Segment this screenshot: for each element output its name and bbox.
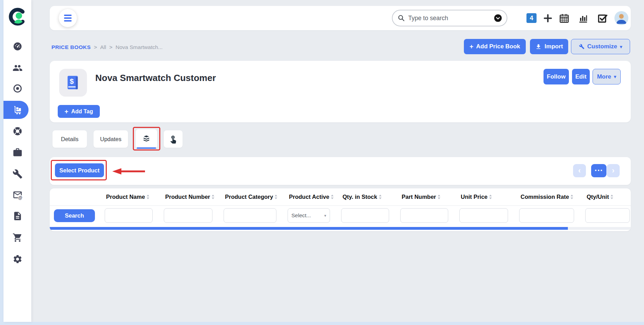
- breadcrumb-root[interactable]: PRICE BOOKS: [51, 44, 91, 50]
- edit-button[interactable]: Edit: [572, 69, 590, 84]
- add-price-book-label: Add Price Book: [476, 43, 520, 50]
- column-header-qty-unit[interactable]: Qty/Unit: [585, 194, 631, 200]
- download-icon: [535, 43, 542, 50]
- search-input[interactable]: [408, 15, 490, 22]
- target-icon: [13, 83, 23, 94]
- column-header-part-number[interactable]: Part Number: [400, 194, 459, 200]
- sort-icon[interactable]: [610, 194, 614, 200]
- customize-button[interactable]: Customize ▾: [571, 39, 630, 54]
- column-label: Product Category: [225, 194, 273, 200]
- email-at-icon: @: [13, 190, 23, 200]
- sort-icon[interactable]: [211, 194, 215, 200]
- table-filter-row: Search Select... ▾: [50, 206, 631, 225]
- follow-button[interactable]: Follow: [544, 69, 569, 84]
- calendar-icon[interactable]: [559, 13, 570, 24]
- search-button[interactable]: Search: [54, 209, 95, 222]
- customize-label: Customize: [587, 43, 617, 50]
- filter-select-product-active[interactable]: Select... ▾: [288, 208, 330, 223]
- sort-icon[interactable]: [489, 194, 492, 200]
- tasks-icon[interactable]: [597, 13, 608, 24]
- filter-input-product-name[interactable]: [105, 208, 153, 223]
- sidebar-item-targets[interactable]: [9, 80, 26, 97]
- column-header-commission-rate[interactable]: Commission Rate: [519, 194, 585, 200]
- app-logo[interactable]: [8, 8, 26, 26]
- chart-icon[interactable]: [578, 13, 588, 24]
- search-icon: [397, 14, 405, 22]
- more-label: More: [597, 73, 611, 80]
- column-label: Product Number: [165, 194, 210, 200]
- import-label: Import: [545, 43, 563, 50]
- open-box-icon: [142, 135, 151, 144]
- sidebar-item-business[interactable]: [9, 144, 26, 161]
- plus-icon: +: [469, 43, 473, 50]
- select-placeholder: Select...: [291, 212, 311, 219]
- sidebar-item-contacts[interactable]: [9, 59, 26, 76]
- import-button[interactable]: Import: [530, 39, 568, 54]
- select-product-button[interactable]: Select Product: [55, 163, 104, 177]
- sort-icon[interactable]: [437, 194, 441, 200]
- hamburger-menu-button[interactable]: [59, 9, 77, 27]
- column-header-product-name[interactable]: Product Name: [105, 194, 164, 200]
- window-edge-bottom: [0, 322, 644, 325]
- column-header-product-category[interactable]: Product Category: [224, 194, 288, 200]
- column-label: Qty/Unit: [587, 194, 609, 200]
- sort-icon[interactable]: [146, 194, 150, 200]
- sort-icon[interactable]: [330, 194, 334, 200]
- record-header-card: $ Nova Smartwatch Customer Follow Edit M…: [50, 61, 631, 122]
- column-header-product-active[interactable]: Product Active: [288, 194, 341, 200]
- top-bar: 4: [50, 6, 631, 30]
- more-button[interactable]: More ▾: [593, 69, 621, 84]
- filter-input-product-category[interactable]: [224, 208, 276, 223]
- sort-icon[interactable]: [274, 194, 278, 200]
- filter-input-qty-unit[interactable]: [585, 208, 630, 223]
- sort-icon[interactable]: [378, 194, 382, 200]
- horizontal-scrollbar[interactable]: [50, 227, 631, 230]
- active-tab-underline: [137, 147, 156, 149]
- filter-input-part-number[interactable]: [400, 208, 448, 223]
- sidebar-item-settings[interactable]: [9, 251, 26, 267]
- sidebar-item-email[interactable]: @: [9, 186, 26, 203]
- notification-count-badge[interactable]: 4: [526, 13, 537, 23]
- pagination-current-button[interactable]: ...: [591, 164, 606, 177]
- tab-details[interactable]: Details: [53, 130, 87, 148]
- global-search[interactable]: [392, 10, 507, 26]
- filter-cell-actions: Search: [50, 209, 105, 222]
- products-toolbar-card: Select Product ‹ ... ›: [50, 157, 631, 185]
- breadcrumb-parent[interactable]: All: [100, 44, 106, 50]
- tab-products[interactable]: [136, 129, 157, 149]
- quick-add-icon[interactable]: [542, 13, 553, 24]
- pagination-prev-button[interactable]: ‹: [573, 164, 586, 177]
- sort-icon[interactable]: [570, 194, 574, 200]
- filter-input-unit-price[interactable]: [459, 208, 508, 223]
- sidebar-item-tools[interactable]: [9, 165, 26, 182]
- add-tag-button[interactable]: + Add Tag: [58, 105, 100, 118]
- logo-icon: [8, 8, 26, 26]
- column-header-unit-price[interactable]: Unit Price: [459, 194, 519, 200]
- tab-updates[interactable]: Updates: [94, 130, 128, 148]
- caret-down-icon: ▾: [620, 44, 622, 49]
- sidebar-item-help[interactable]: [9, 123, 26, 139]
- wrench-icon: [13, 169, 23, 179]
- breadcrumb-current: Nova Smartwatch...: [115, 44, 162, 50]
- add-price-book-button[interactable]: + Add Price Book: [464, 39, 526, 54]
- sidebar-item-products[interactable]: [9, 101, 26, 118]
- sidebar-item-documents[interactable]: [9, 208, 26, 224]
- column-label: Product Active: [289, 194, 329, 200]
- column-header-qty-in-stock[interactable]: Qty. in Stock: [341, 194, 400, 200]
- sidebar-item-cart[interactable]: [9, 229, 26, 246]
- pagination-next-button[interactable]: ›: [607, 164, 620, 177]
- document-icon: [13, 211, 23, 221]
- search-scope-dropdown-icon[interactable]: [493, 14, 502, 23]
- tab-related-tools[interactable]: [164, 130, 183, 148]
- column-header-product-number[interactable]: Product Number: [164, 194, 224, 200]
- sidebar-item-dashboard[interactable]: [9, 38, 26, 55]
- filter-input-commission-rate[interactable]: [519, 208, 574, 223]
- caret-down-icon: ▾: [324, 213, 326, 218]
- hand-truck-icon: [13, 105, 23, 115]
- filter-input-product-number[interactable]: [164, 208, 212, 223]
- column-label: Unit Price: [461, 194, 488, 200]
- avatar[interactable]: [614, 11, 628, 25]
- gear-icon: [13, 254, 23, 264]
- scrollbar-thumb[interactable]: [50, 227, 568, 230]
- filter-input-qty-in-stock[interactable]: [341, 208, 389, 223]
